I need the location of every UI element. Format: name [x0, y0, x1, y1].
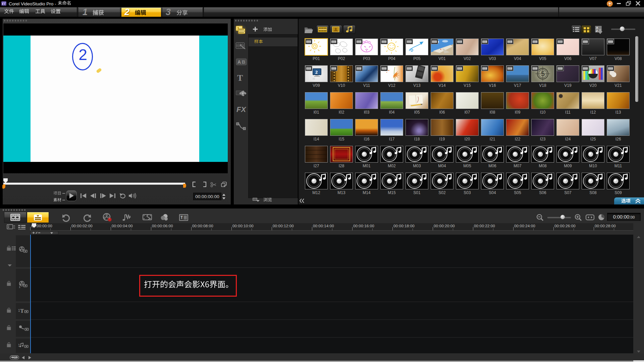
svg-text:Z: Z — [596, 29, 598, 33]
svg-text:1: 1 — [19, 285, 20, 289]
svg-text:T: T — [20, 308, 24, 314]
svg-text:B: B — [242, 59, 245, 65]
svg-text:2: 2 — [315, 70, 318, 75]
svg-text:T: T — [180, 215, 183, 220]
svg-text:A: A — [237, 59, 241, 65]
